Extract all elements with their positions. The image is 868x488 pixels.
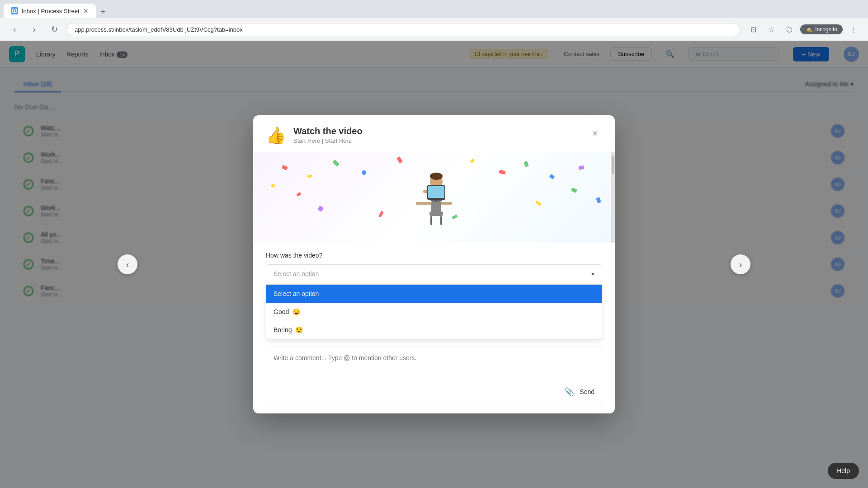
boring-emoji: 😒	[295, 326, 303, 333]
dropdown-item-label: Select an option	[274, 290, 319, 297]
tab-title: Inbox | Process Street	[22, 8, 80, 14]
bookmark-icon[interactable]: ☆	[764, 22, 778, 37]
tab-close-button[interactable]: ✕	[83, 7, 89, 14]
modal-scrollbar[interactable]	[611, 152, 615, 243]
modal-title: Watch the video	[293, 126, 580, 136]
active-tab[interactable]: Inbox | Process Street ✕	[4, 4, 96, 18]
good-emoji: 😄	[292, 308, 300, 315]
modal-subtitle: Start Here | Start Here	[293, 137, 580, 144]
modal-title-area: Watch the video Start Here | Start Here	[293, 126, 580, 144]
url-bar[interactable]: app.process.st/inbox/task/m_edofV83Udb-j…	[67, 23, 741, 36]
incognito-icon: 🕵	[806, 26, 812, 33]
forward-button[interactable]: ›	[27, 22, 42, 37]
video-desk-illustration	[407, 168, 461, 227]
cast-icon[interactable]: ⊡	[746, 22, 760, 37]
modal-prev-button[interactable]: ‹	[118, 254, 137, 274]
send-button[interactable]: Send	[580, 388, 594, 395]
modal-close-button[interactable]: ×	[588, 126, 602, 141]
help-button[interactable]: Help	[828, 463, 859, 479]
svg-rect-12	[430, 216, 432, 225]
tab-favicon	[11, 7, 18, 14]
comment-actions: 📎 Send	[274, 387, 594, 397]
new-tab-button[interactable]: +	[97, 5, 109, 18]
url-text: app.process.st/inbox/task/m_edofV83Udb-j…	[75, 26, 243, 33]
dropdown-menu: Select an option Good 😄 Boring 😒	[266, 284, 602, 339]
video-thumbnail	[253, 152, 615, 243]
menu-button[interactable]: ⋮	[846, 22, 861, 37]
svg-rect-7	[428, 186, 444, 198]
dropdown-item-good[interactable]: Good 😄	[266, 303, 602, 321]
comment-input[interactable]	[274, 354, 594, 381]
back-button[interactable]: ‹	[7, 22, 22, 37]
dropdown-item-label: Boring	[274, 326, 292, 333]
extensions-icon[interactable]: ⬡	[782, 22, 797, 37]
modal-body: How was the video? Select an option ▾ Se…	[253, 243, 615, 413]
video-rating-select[interactable]: Select an option ▾	[266, 264, 602, 283]
incognito-badge: 🕵 Incognito	[800, 24, 843, 34]
modal-next-button[interactable]: ›	[731, 254, 750, 274]
chevron-down-icon: ▾	[591, 270, 594, 277]
select-placeholder: Select an option	[274, 270, 319, 277]
modal-dialog: 👍 Watch the video Start Here | Start Her…	[253, 115, 615, 413]
incognito-label: Incognito	[815, 26, 837, 33]
dropdown-item-select-option[interactable]: Select an option	[266, 285, 602, 303]
attach-button[interactable]: 📎	[564, 387, 574, 397]
refresh-button[interactable]: ↻	[47, 22, 61, 37]
dropdown-item-label: Good	[274, 308, 289, 315]
modal-header: 👍 Watch the video Start Here | Start Her…	[253, 115, 615, 152]
svg-point-1	[430, 173, 443, 180]
video-question-label: How was the video?	[266, 252, 602, 259]
modal-icon: 👍	[266, 126, 286, 145]
scrollbar-thumb	[612, 156, 614, 174]
dropdown-item-boring[interactable]: Boring 😒	[266, 321, 602, 339]
svg-rect-13	[440, 216, 442, 225]
comment-area: 📎 Send	[266, 347, 602, 404]
modal-overlay: ‹ › 👍 Watch the video Start Here | Start…	[0, 41, 868, 488]
svg-rect-11	[429, 211, 443, 216]
